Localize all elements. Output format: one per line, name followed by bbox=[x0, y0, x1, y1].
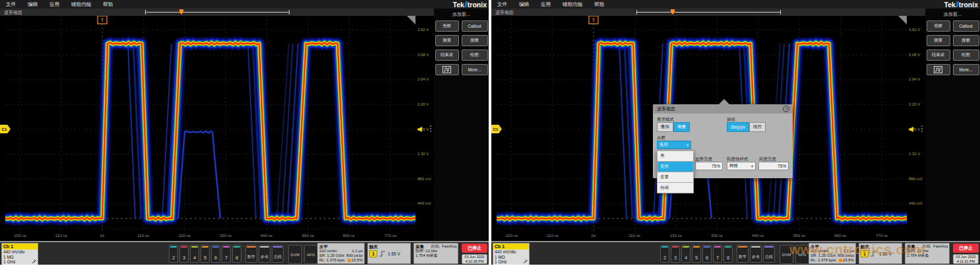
channel-4-button[interactable]: 4 bbox=[190, 245, 199, 263]
acquisition-mode: 自动, bbox=[431, 244, 440, 249]
channel-2-button[interactable]: 2 bbox=[169, 245, 178, 263]
sidebar-button-搜索[interactable]: 搜索 bbox=[953, 35, 979, 46]
button-数学[interactable]: 数学 bbox=[737, 245, 749, 263]
button-参考[interactable]: 参考 bbox=[750, 245, 762, 263]
display-mode-option-堆叠[interactable]: 堆叠 bbox=[673, 122, 690, 132]
y-axis-labels: 3.52 V3.08 V2.64 V2.20 V1.76 V1.32 V880 … bbox=[907, 16, 925, 232]
sidebar-button-测量[interactable]: 测量 bbox=[927, 35, 950, 46]
page: 文件编辑应用辅助功能帮助 Tektronix 波形视图 T 3.52 V3.08… bbox=[0, 0, 980, 266]
horizontal-scale: 110 ns/div bbox=[319, 249, 337, 253]
button-总线[interactable]: 总线 bbox=[763, 245, 775, 263]
graticule-intensity-input[interactable]: 75% bbox=[758, 162, 789, 170]
horizontal-panel[interactable]: 水平 110 ns/div1.1 μs SR: 1.25 GS/s800 ps/… bbox=[317, 243, 365, 264]
position-indicator-icon bbox=[348, 259, 351, 262]
menu-item-3[interactable]: 应用 bbox=[44, 0, 65, 9]
persistence-option-变量[interactable]: 变量 bbox=[657, 172, 694, 183]
channel-6-button[interactable]: 6 bbox=[702, 245, 712, 263]
channel-1-badge[interactable]: Ch 1 440 mV/div 1 MΩ 1 GHz bbox=[1, 243, 38, 265]
run-stop-button[interactable]: 已停止 bbox=[462, 244, 487, 253]
channel-1-badge[interactable]: Ch 1 440 mV/div 1 MΩ 1 GHz bbox=[493, 243, 530, 265]
sidebar-button-Callout[interactable]: Callout bbox=[953, 20, 979, 32]
sidebar-button-More...[interactable]: More... bbox=[953, 64, 979, 75]
display-mode-option-叠加[interactable]: 叠加 bbox=[657, 122, 673, 132]
sidebar-button-绘图[interactable]: 绘图 bbox=[953, 50, 979, 61]
sidebar-button-More...[interactable]: More... bbox=[462, 64, 488, 75]
sidebar-button-光标[interactable]: 光标 bbox=[927, 20, 950, 32]
menu-item-1[interactable]: 文件 bbox=[491, 0, 513, 9]
button-dvm[interactable]: DVM bbox=[288, 245, 302, 264]
persistence-dropdown[interactable]: 无穷▾ bbox=[657, 141, 691, 149]
button-afg[interactable]: AFG bbox=[304, 245, 318, 264]
channel-7-button[interactable]: 7 bbox=[222, 245, 231, 263]
sidebar-button-测量[interactable]: 测量 bbox=[435, 35, 459, 46]
channel-2-button[interactable]: 2 bbox=[660, 245, 669, 263]
x-tick-label: 770 ns bbox=[876, 234, 888, 238]
menu-item-4[interactable]: 辅助功能 bbox=[65, 0, 97, 9]
help-icon[interactable]: ? bbox=[783, 106, 789, 112]
sidebar-button-搜索[interactable]: 搜索 bbox=[462, 35, 488, 46]
menu-item-2[interactable]: 编辑 bbox=[22, 0, 44, 9]
zoom-pan-timeline[interactable] bbox=[145, 10, 290, 15]
splitter-handle-icon[interactable] bbox=[921, 125, 923, 127]
button-总线[interactable]: 总线 bbox=[272, 245, 284, 263]
sidebar-button-绘图[interactable]: 绘图 bbox=[462, 50, 488, 61]
channel-8-button[interactable]: 8 bbox=[232, 245, 241, 263]
sidebar-buttons: 光标Callout测量搜索结果表绘图More... bbox=[434, 20, 489, 75]
channel-3-button[interactable]: 3 bbox=[671, 245, 680, 263]
menu-item-3[interactable]: 应用 bbox=[535, 0, 557, 9]
aux-buttons: DVMAFG bbox=[288, 245, 318, 264]
button-dvm[interactable]: DVM bbox=[780, 245, 793, 264]
trigger-panel[interactable]: 触发 1 1.65 V bbox=[859, 243, 902, 264]
waveform-display[interactable]: T bbox=[5, 16, 415, 232]
button-参考[interactable]: 参考 bbox=[259, 245, 270, 263]
channel-color-strip bbox=[223, 246, 230, 248]
menu-item-5[interactable]: 帮助 bbox=[97, 0, 119, 9]
waveform-histogram-icon-button[interactable] bbox=[435, 64, 459, 75]
waveform-window-titlebar: 波形视图 bbox=[491, 9, 925, 16]
horizontal-panel[interactable]: 水平 110 ns/div1.1 μs SR: 1.25 GS/s800 ps/… bbox=[809, 243, 856, 264]
trigger-panel[interactable]: 触发 1 1.65 V bbox=[367, 243, 411, 264]
persistence-option-自动[interactable]: 自动 bbox=[657, 183, 694, 193]
timeline-trigger-marker[interactable] bbox=[179, 9, 183, 15]
channel-color-strip bbox=[704, 246, 710, 248]
run-stop-button[interactable]: 已停止 bbox=[953, 244, 979, 253]
menu-item-1[interactable]: 文件 bbox=[0, 0, 22, 9]
sidebar-button-结果表[interactable]: 结果表 bbox=[435, 50, 459, 61]
menu-item-5[interactable]: 帮助 bbox=[588, 0, 610, 9]
sidebar-button-Callout[interactable]: Callout bbox=[462, 20, 488, 32]
graticule-style-select[interactable]: 网格▾ bbox=[727, 162, 756, 170]
horizontal-resolution: 800 ps/pt bbox=[838, 253, 854, 258]
channel-5-button[interactable]: 5 bbox=[692, 245, 701, 263]
button-数学[interactable]: 数学 bbox=[245, 245, 257, 263]
channel-8-button[interactable]: 8 bbox=[723, 245, 733, 263]
horizontal-resolution: 800 ps/pt bbox=[346, 253, 363, 258]
acquisition-panel[interactable]: 采集 自动,FastAcq 取样: 12 bits 1.754 M采集 bbox=[413, 243, 458, 264]
splitter-handle-icon[interactable] bbox=[430, 125, 431, 127]
zoom-corner-icon[interactable] bbox=[898, 16, 907, 24]
button-afg[interactable]: AFG bbox=[795, 245, 809, 264]
acquisition-panel[interactable]: 采集 自动,FastAcq 取样: 12 bits 1.754 M采集 bbox=[905, 243, 950, 264]
sidebar-button-光标[interactable]: 光标 bbox=[435, 20, 459, 32]
x-tick-label: 220 ns bbox=[670, 234, 682, 238]
waveform-histogram-icon-button[interactable] bbox=[927, 64, 950, 75]
trigger-level-arrow-icon[interactable] bbox=[417, 127, 422, 132]
channel-5-button[interactable]: 5 bbox=[200, 245, 210, 263]
channel-4-button[interactable]: 4 bbox=[681, 245, 690, 263]
graticule-area[interactable]: T 3.52 V3.08 V2.64 V2.20 V1.76 V1.32 V88… bbox=[0, 16, 434, 232]
persistence-option-无穷[interactable]: 无穷 bbox=[657, 162, 694, 172]
interpolation-option-Sin(x)/x[interactable]: Sin(x)/x bbox=[727, 122, 749, 132]
menu-item-2[interactable]: 编辑 bbox=[513, 0, 535, 9]
sidebar-button-结果表[interactable]: 结果表 bbox=[927, 50, 950, 61]
persistence-option-关[interactable]: 关 bbox=[657, 150, 694, 162]
acquisition-mode: 自动, bbox=[922, 244, 931, 249]
interpolation-option-线性[interactable]: 线性 bbox=[749, 122, 766, 132]
waveform-intensity-input[interactable]: 75% bbox=[695, 162, 723, 170]
menu-item-4[interactable]: 辅助功能 bbox=[557, 0, 588, 9]
channel-7-button[interactable]: 7 bbox=[713, 245, 722, 263]
trigger-level-arrow-icon[interactable] bbox=[908, 127, 913, 132]
channel-3-button[interactable]: 3 bbox=[179, 245, 189, 263]
zoom-pan-timeline[interactable] bbox=[636, 10, 781, 15]
timeline-trigger-marker[interactable] bbox=[671, 9, 675, 15]
zoom-corner-icon[interactable] bbox=[407, 16, 415, 24]
channel-6-button[interactable]: 6 bbox=[211, 245, 220, 263]
